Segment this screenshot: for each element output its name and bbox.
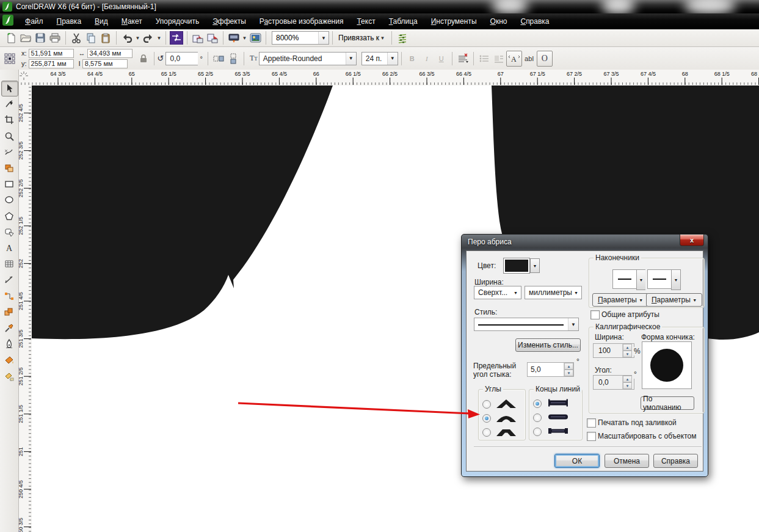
outline-dialog-button[interactable]: O	[537, 51, 553, 67]
radio-button[interactable]	[482, 400, 491, 409]
object-height-field[interactable]: 8,575 мм	[82, 59, 128, 68]
cancel-button[interactable]: Отмена	[605, 454, 649, 468]
horizontal-ruler[interactable]: 64 3/564 4/56565 1/565 2/565 3/565 4/566…	[18, 70, 759, 86]
rectangle-tool[interactable]	[1, 177, 17, 191]
spin-up-icon[interactable]: ▲	[564, 363, 573, 370]
menu-Правка[interactable]: Правка	[50, 15, 89, 28]
welcome-screen-button[interactable]	[248, 31, 263, 45]
rotation-angle-field[interactable]: 0,0	[165, 52, 198, 65]
radio-button[interactable]	[482, 428, 491, 437]
copy-button[interactable]	[84, 31, 98, 45]
menu-Вид[interactable]: Вид	[88, 15, 115, 28]
chevron-down-icon[interactable]: ▼	[241, 31, 248, 45]
interactive-fill-tool[interactable]	[1, 369, 17, 384]
insert-character-button[interactable]: abI	[522, 51, 537, 66]
find-replace-button[interactable]	[169, 31, 184, 45]
angle-spinner[interactable]: 0,0 ▲▼	[593, 375, 634, 390]
redo-button[interactable]	[141, 31, 156, 45]
radio-button[interactable]	[533, 428, 542, 436]
undo-button[interactable]	[120, 31, 134, 45]
ellipse-tool[interactable]	[1, 192, 17, 207]
menu-Эффекты[interactable]: Эффекты	[206, 15, 253, 28]
outline-pen-tool[interactable]	[1, 337, 17, 351]
object-width-field[interactable]: 34,493 мм	[87, 49, 133, 58]
help-button[interactable]: Справка	[653, 454, 698, 468]
import-button[interactable]	[191, 31, 205, 45]
zoom-tool[interactable]	[1, 129, 17, 144]
parallel-dimension-tool[interactable]	[1, 272, 17, 287]
outline-color-picker[interactable]: ▼	[504, 258, 540, 273]
mirror-vertical-button[interactable]	[226, 51, 241, 66]
ruler-origin-icon[interactable]	[19, 71, 29, 83]
corner-style-option-1[interactable]	[482, 398, 517, 410]
ok-button[interactable]: ОК	[554, 454, 600, 468]
menu-Справка[interactable]: Справка	[514, 15, 556, 28]
lock-ratio-icon[interactable]	[136, 51, 151, 66]
line-cap-style-option-1[interactable]	[533, 398, 570, 409]
text-tool[interactable]: A	[1, 241, 17, 255]
paste-button[interactable]	[98, 31, 113, 45]
text-alignment-button[interactable]	[456, 51, 470, 66]
line-style-combo[interactable]: ▼	[474, 318, 579, 331]
end-options-button[interactable]: Параметры ▼	[646, 293, 702, 307]
chevron-down-icon[interactable]: ▼	[134, 31, 141, 45]
shape-tool[interactable]	[1, 97, 17, 111]
line-cap-style-option-2[interactable]	[533, 412, 570, 423]
edit-style-button[interactable]: Изменить стиль...	[515, 338, 581, 352]
chevron-down-icon[interactable]: ▼	[156, 31, 162, 45]
spin-up-icon[interactable]: ▲	[623, 376, 632, 382]
menu-Файл[interactable]: Файл	[18, 15, 50, 28]
outline-width-combo[interactable]: Сверхт... ▼	[474, 286, 521, 299]
stretch-spinner[interactable]: 100 ▲▼	[593, 343, 634, 358]
crop-tool[interactable]	[1, 112, 17, 127]
x-position-field[interactable]: 51,591 мм	[29, 49, 74, 58]
open-button[interactable]	[18, 31, 33, 45]
connector-tool[interactable]	[1, 289, 17, 304]
mirror-horizontal-button[interactable]	[211, 51, 226, 66]
snap-to-button[interactable]: Привязать к ▼	[336, 31, 388, 45]
start-options-button[interactable]: Параметры ▼	[592, 293, 648, 307]
polygon-tool[interactable]	[1, 209, 17, 224]
menu-Текст[interactable]: Текст	[350, 15, 382, 28]
print-button[interactable]	[48, 31, 62, 45]
export-button[interactable]	[205, 31, 220, 45]
basic-shapes-tool[interactable]	[1, 225, 17, 239]
corner-style-option-2[interactable]	[482, 412, 517, 425]
font-list-combo[interactable]: Appetite-Rounded ▼	[259, 52, 357, 65]
pick-tool[interactable]	[1, 81, 18, 97]
freehand-tool[interactable]	[1, 145, 17, 159]
close-button[interactable]: x	[680, 235, 704, 246]
default-button[interactable]: По умолчанию	[641, 396, 694, 410]
color-eyedropper-tool[interactable]	[1, 321, 17, 335]
menu-Инструменты[interactable]: Инструменты	[424, 15, 484, 28]
table-tool[interactable]	[1, 257, 17, 271]
start-arrowhead-combo[interactable]: ▼	[611, 269, 648, 290]
menu-Упорядочить[interactable]: Упорядочить	[149, 15, 206, 28]
view-options-icon[interactable]	[395, 31, 410, 45]
save-button[interactable]	[33, 31, 48, 45]
new-document-button[interactable]	[4, 31, 18, 45]
cut-button[interactable]	[69, 31, 84, 45]
y-position-field[interactable]: 255,871 мм	[29, 59, 74, 68]
menu-Таблица[interactable]: Таблица	[382, 15, 424, 28]
corner-style-option-3[interactable]	[482, 426, 517, 439]
vertical-ruler[interactable]: 252 4/5252 3/5252 2/5252 1/5252251 4/525…	[18, 86, 32, 532]
menu-Окно[interactable]: Окно	[484, 15, 514, 28]
smart-fill-tool[interactable]	[1, 161, 17, 175]
nib-shape-preview[interactable]	[642, 341, 692, 389]
scale-with-object-checkbox[interactable]	[587, 432, 596, 441]
zoom-levels-combo[interactable]: 8000% ▼	[272, 31, 329, 45]
miter-limit-spinner[interactable]: 5,0 ▲▼	[527, 362, 574, 377]
radio-button[interactable]	[533, 399, 542, 408]
application-launcher-button[interactable]	[227, 31, 241, 45]
title-bar[interactable]: CorelDRAW X6 (64 бит) - [Безымянный-1]	[0, 0, 759, 13]
font-size-combo[interactable]: 24 п. ▼	[361, 52, 398, 65]
fill-tool[interactable]	[1, 352, 17, 367]
spin-down-icon[interactable]: ▼	[623, 351, 632, 357]
menu-Макет[interactable]: Макет	[115, 15, 149, 28]
end-arrowhead-combo[interactable]: ▼	[645, 269, 683, 290]
behind-fill-checkbox[interactable]	[587, 418, 596, 428]
menu-Растровые изображения[interactable]: Растровые изображения	[253, 15, 350, 28]
width-units-combo[interactable]: миллиметры ▼	[525, 286, 582, 299]
radio-button[interactable]	[482, 414, 491, 423]
